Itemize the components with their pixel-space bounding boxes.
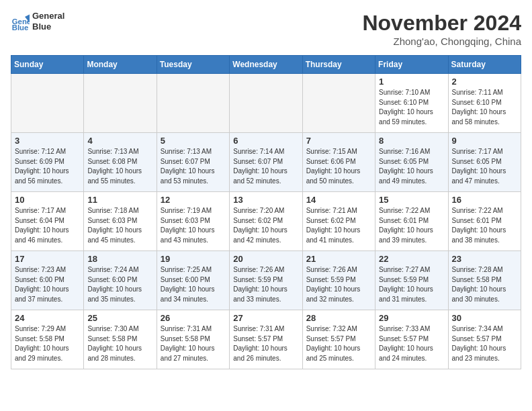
calendar-cell: 27Sunrise: 7:31 AM Sunset: 5:57 PM Dayli… bbox=[230, 310, 302, 369]
day-info: Sunrise: 7:33 AM Sunset: 5:57 PM Dayligh… bbox=[379, 324, 444, 363]
logo-icon: General Blue bbox=[11, 12, 30, 31]
calendar-cell: 1Sunrise: 7:10 AM Sunset: 6:10 PM Daylig… bbox=[375, 74, 448, 133]
calendar-cell: 28Sunrise: 7:32 AM Sunset: 5:57 PM Dayli… bbox=[302, 310, 375, 369]
weekday-header: Wednesday bbox=[230, 56, 302, 74]
calendar-cell: 26Sunrise: 7:31 AM Sunset: 5:58 PM Dayli… bbox=[157, 310, 229, 369]
day-number: 28 bbox=[306, 313, 371, 323]
day-number: 20 bbox=[233, 254, 298, 264]
day-info: Sunrise: 7:17 AM Sunset: 6:05 PM Dayligh… bbox=[452, 147, 517, 186]
day-info: Sunrise: 7:29 AM Sunset: 5:58 PM Dayligh… bbox=[15, 324, 80, 363]
calendar-cell: 8Sunrise: 7:16 AM Sunset: 6:05 PM Daylig… bbox=[375, 133, 448, 192]
calendar-week-row: 24Sunrise: 7:29 AM Sunset: 5:58 PM Dayli… bbox=[11, 310, 521, 369]
day-number: 15 bbox=[379, 195, 444, 205]
calendar-cell: 13Sunrise: 7:20 AM Sunset: 6:02 PM Dayli… bbox=[230, 192, 302, 251]
day-info: Sunrise: 7:19 AM Sunset: 6:03 PM Dayligh… bbox=[161, 206, 226, 245]
weekday-header: Friday bbox=[375, 56, 448, 74]
day-info: Sunrise: 7:26 AM Sunset: 5:59 PM Dayligh… bbox=[233, 265, 298, 304]
calendar-week-row: 1Sunrise: 7:10 AM Sunset: 6:10 PM Daylig… bbox=[11, 74, 521, 133]
day-info: Sunrise: 7:34 AM Sunset: 5:57 PM Dayligh… bbox=[452, 324, 517, 363]
calendar-cell: 19Sunrise: 7:25 AM Sunset: 6:00 PM Dayli… bbox=[157, 251, 229, 310]
weekday-header: Sunday bbox=[11, 56, 84, 74]
day-info: Sunrise: 7:30 AM Sunset: 5:58 PM Dayligh… bbox=[87, 324, 152, 363]
day-number: 2 bbox=[452, 77, 517, 87]
day-number: 19 bbox=[161, 254, 226, 264]
logo-text: General Blue bbox=[32, 11, 64, 32]
weekday-header: Thursday bbox=[302, 56, 375, 74]
calendar-week-row: 10Sunrise: 7:17 AM Sunset: 6:04 PM Dayli… bbox=[11, 192, 521, 251]
day-number: 5 bbox=[161, 136, 226, 146]
calendar-table: SundayMondayTuesdayWednesdayThursdayFrid… bbox=[11, 55, 521, 369]
calendar-week-row: 3Sunrise: 7:12 AM Sunset: 6:09 PM Daylig… bbox=[11, 133, 521, 192]
day-info: Sunrise: 7:20 AM Sunset: 6:02 PM Dayligh… bbox=[233, 206, 298, 245]
calendar-cell bbox=[11, 74, 84, 133]
day-number: 23 bbox=[452, 254, 517, 264]
day-info: Sunrise: 7:25 AM Sunset: 6:00 PM Dayligh… bbox=[161, 265, 226, 304]
page-header: General Blue General Blue November 2024 … bbox=[11, 11, 521, 47]
calendar-cell: 3Sunrise: 7:12 AM Sunset: 6:09 PM Daylig… bbox=[11, 133, 84, 192]
svg-text:Blue: Blue bbox=[12, 24, 29, 31]
calendar-cell: 4Sunrise: 7:13 AM Sunset: 6:08 PM Daylig… bbox=[84, 133, 157, 192]
day-number: 8 bbox=[379, 136, 444, 146]
calendar-cell bbox=[157, 74, 229, 133]
calendar-cell: 30Sunrise: 7:34 AM Sunset: 5:57 PM Dayli… bbox=[448, 310, 521, 369]
day-info: Sunrise: 7:21 AM Sunset: 6:02 PM Dayligh… bbox=[306, 206, 371, 245]
calendar-week-row: 17Sunrise: 7:23 AM Sunset: 6:00 PM Dayli… bbox=[11, 251, 521, 310]
day-number: 11 bbox=[87, 195, 152, 205]
calendar-cell: 10Sunrise: 7:17 AM Sunset: 6:04 PM Dayli… bbox=[11, 192, 84, 251]
day-info: Sunrise: 7:17 AM Sunset: 6:04 PM Dayligh… bbox=[15, 206, 80, 245]
calendar-cell: 2Sunrise: 7:11 AM Sunset: 6:10 PM Daylig… bbox=[448, 74, 521, 133]
day-info: Sunrise: 7:32 AM Sunset: 5:57 PM Dayligh… bbox=[306, 324, 371, 363]
calendar-cell: 22Sunrise: 7:27 AM Sunset: 5:59 PM Dayli… bbox=[375, 251, 448, 310]
day-number: 9 bbox=[452, 136, 517, 146]
day-number: 4 bbox=[87, 136, 152, 146]
day-number: 16 bbox=[452, 195, 517, 205]
day-info: Sunrise: 7:26 AM Sunset: 5:59 PM Dayligh… bbox=[306, 265, 371, 304]
day-number: 21 bbox=[306, 254, 371, 264]
logo-line2: Blue bbox=[32, 21, 64, 32]
calendar-header-row: SundayMondayTuesdayWednesdayThursdayFrid… bbox=[11, 56, 521, 74]
day-number: 26 bbox=[161, 313, 226, 323]
weekday-header: Saturday bbox=[448, 56, 521, 74]
calendar-cell: 17Sunrise: 7:23 AM Sunset: 6:00 PM Dayli… bbox=[11, 251, 84, 310]
day-number: 12 bbox=[161, 195, 226, 205]
calendar-cell: 12Sunrise: 7:19 AM Sunset: 6:03 PM Dayli… bbox=[157, 192, 229, 251]
day-number: 1 bbox=[379, 77, 444, 87]
calendar-cell bbox=[302, 74, 375, 133]
calendar-cell: 9Sunrise: 7:17 AM Sunset: 6:05 PM Daylig… bbox=[448, 133, 521, 192]
day-info: Sunrise: 7:27 AM Sunset: 5:59 PM Dayligh… bbox=[379, 265, 444, 304]
logo-line1: General bbox=[32, 11, 64, 21]
calendar-cell: 29Sunrise: 7:33 AM Sunset: 5:57 PM Dayli… bbox=[375, 310, 448, 369]
day-number: 29 bbox=[379, 313, 444, 323]
day-number: 13 bbox=[233, 195, 298, 205]
day-number: 25 bbox=[87, 313, 152, 323]
calendar-cell: 21Sunrise: 7:26 AM Sunset: 5:59 PM Dayli… bbox=[302, 251, 375, 310]
day-number: 10 bbox=[15, 195, 80, 205]
calendar-cell: 15Sunrise: 7:22 AM Sunset: 6:01 PM Dayli… bbox=[375, 192, 448, 251]
day-info: Sunrise: 7:14 AM Sunset: 6:07 PM Dayligh… bbox=[233, 147, 298, 186]
day-number: 3 bbox=[15, 136, 80, 146]
day-info: Sunrise: 7:31 AM Sunset: 5:58 PM Dayligh… bbox=[161, 324, 226, 363]
calendar-cell: 11Sunrise: 7:18 AM Sunset: 6:03 PM Dayli… bbox=[84, 192, 157, 251]
calendar-cell: 7Sunrise: 7:15 AM Sunset: 6:06 PM Daylig… bbox=[302, 133, 375, 192]
month-title: November 2024 bbox=[362, 11, 521, 36]
day-number: 6 bbox=[233, 136, 298, 146]
day-info: Sunrise: 7:15 AM Sunset: 6:06 PM Dayligh… bbox=[306, 147, 371, 186]
calendar-cell bbox=[84, 74, 157, 133]
calendar-cell: 5Sunrise: 7:13 AM Sunset: 6:07 PM Daylig… bbox=[157, 133, 229, 192]
calendar-cell: 23Sunrise: 7:28 AM Sunset: 5:58 PM Dayli… bbox=[448, 251, 521, 310]
day-number: 18 bbox=[87, 254, 152, 264]
day-info: Sunrise: 7:23 AM Sunset: 6:00 PM Dayligh… bbox=[15, 265, 80, 304]
day-number: 27 bbox=[233, 313, 298, 323]
day-info: Sunrise: 7:13 AM Sunset: 6:08 PM Dayligh… bbox=[87, 147, 152, 186]
calendar-cell: 25Sunrise: 7:30 AM Sunset: 5:58 PM Dayli… bbox=[84, 310, 157, 369]
calendar-cell bbox=[230, 74, 302, 133]
logo: General Blue General Blue bbox=[11, 11, 64, 32]
day-number: 24 bbox=[15, 313, 80, 323]
calendar-cell: 20Sunrise: 7:26 AM Sunset: 5:59 PM Dayli… bbox=[230, 251, 302, 310]
day-info: Sunrise: 7:31 AM Sunset: 5:57 PM Dayligh… bbox=[233, 324, 298, 363]
calendar-cell: 16Sunrise: 7:22 AM Sunset: 6:01 PM Dayli… bbox=[448, 192, 521, 251]
day-info: Sunrise: 7:22 AM Sunset: 6:01 PM Dayligh… bbox=[379, 206, 444, 245]
weekday-header: Monday bbox=[84, 56, 157, 74]
day-info: Sunrise: 7:18 AM Sunset: 6:03 PM Dayligh… bbox=[87, 206, 152, 245]
day-info: Sunrise: 7:28 AM Sunset: 5:58 PM Dayligh… bbox=[452, 265, 517, 304]
